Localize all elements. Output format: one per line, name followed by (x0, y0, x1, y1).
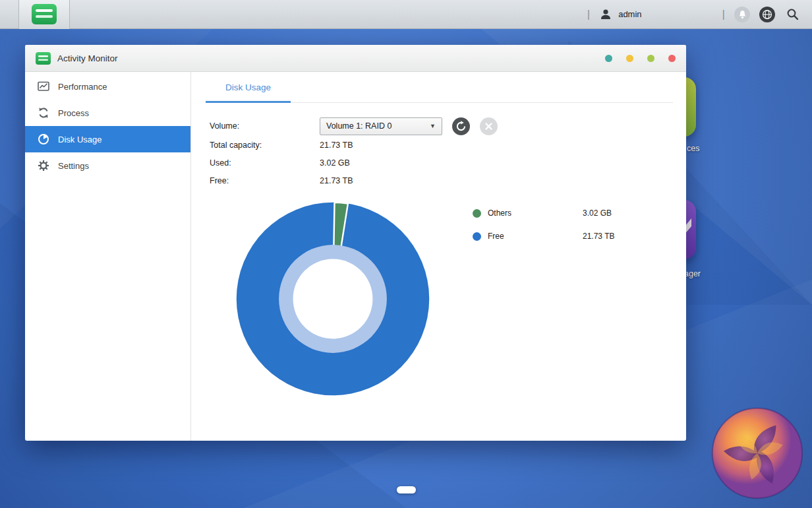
desktop-icon-label[interactable]: ager (684, 269, 701, 278)
topbar-divider: | (722, 8, 725, 21)
total-capacity-value: 21.73 TB (320, 141, 353, 150)
sidebar-item-settings[interactable]: Settings (25, 152, 190, 179)
disk-usage-chart-area: Others 3.02 GB Free 21.73 TB (191, 193, 686, 418)
settings-gear-icon (38, 160, 49, 172)
window-control-red-button[interactable] (668, 55, 676, 62)
disk-usage-icon (38, 133, 49, 145)
notifications-button[interactable] (734, 7, 750, 22)
window-control-green-button[interactable] (647, 55, 654, 62)
window-control-yellow-button[interactable] (626, 55, 633, 62)
search-button[interactable] (784, 7, 800, 22)
brand-logo (710, 406, 804, 500)
activity-monitor-icon (36, 52, 51, 65)
sidebar-item-label: Process (58, 108, 89, 118)
sidebar-item-label: Disk Usage (58, 135, 102, 144)
disk-usage-donut-chart (230, 196, 436, 402)
sidebar: Performance Process Disk Usage (25, 72, 191, 441)
username-label: admin (618, 9, 641, 19)
volume-select[interactable]: Volume 1: RAID 0 ▼ (320, 117, 442, 135)
chart-legend: Others 3.02 GB Free 21.73 TB (473, 206, 664, 253)
refresh-icon (455, 121, 467, 132)
clear-button[interactable] (480, 117, 498, 135)
activity-monitor-window: Activity Monitor Performance (25, 45, 686, 441)
topbar-divider: | (587, 8, 590, 21)
process-icon (38, 107, 49, 119)
globe-icon (762, 9, 772, 20)
volume-info-form: Volume: Volume 1: RAID 0 ▼ (210, 116, 686, 189)
volume-select-value: Volume 1: RAID 0 (326, 121, 392, 131)
taskbar-handle[interactable] (397, 486, 416, 493)
sidebar-item-label: Settings (58, 161, 89, 171)
free-label: Free: (210, 176, 320, 185)
network-globe-button[interactable] (759, 7, 775, 22)
desktop-icon-label[interactable]: ces (687, 144, 699, 153)
user-icon (599, 8, 612, 21)
sidebar-item-disk-usage[interactable]: Disk Usage (25, 126, 190, 152)
window-titlebar[interactable]: Activity Monitor (25, 45, 686, 72)
total-capacity-label: Total capacity: (210, 141, 320, 150)
window-title: Activity Monitor (57, 53, 118, 63)
activity-monitor-icon (32, 4, 57, 24)
user-menu[interactable]: admin (599, 8, 641, 21)
legend-dot-free-icon (473, 232, 481, 241)
tab-disk-usage[interactable]: Disk Usage (206, 72, 291, 102)
performance-icon (38, 80, 49, 92)
tab-bar: Disk Usage (206, 72, 673, 103)
disk-usage-panel: Disk Usage Volume: Volume 1: RAID 0 ▼ (191, 72, 686, 441)
close-icon (485, 123, 492, 130)
used-label: Used: (210, 158, 320, 168)
legend-value: 21.73 TB (583, 232, 614, 241)
volume-label: Volume: (210, 121, 320, 131)
legend-label: Free (488, 232, 504, 241)
chevron-down-icon: ▼ (430, 123, 436, 129)
legend-item-others: Others 3.02 GB (473, 206, 664, 220)
legend-label: Others (488, 208, 511, 218)
bell-icon (738, 10, 747, 19)
legend-dot-others-icon (473, 209, 481, 218)
window-control-teal-button[interactable] (605, 55, 612, 62)
topbar: | admin | (0, 0, 812, 29)
taskbar-app-tab[interactable] (18, 0, 70, 29)
used-value: 3.02 GB (320, 158, 350, 168)
sidebar-item-label: Performance (58, 82, 107, 92)
free-value: 21.73 TB (320, 176, 353, 185)
legend-value: 3.02 GB (583, 208, 612, 218)
refresh-button[interactable] (452, 117, 470, 135)
sidebar-item-process[interactable]: Process (25, 100, 190, 126)
search-icon (786, 8, 799, 20)
sidebar-item-performance[interactable]: Performance (25, 73, 190, 100)
legend-item-free: Free 21.73 TB (473, 230, 664, 243)
